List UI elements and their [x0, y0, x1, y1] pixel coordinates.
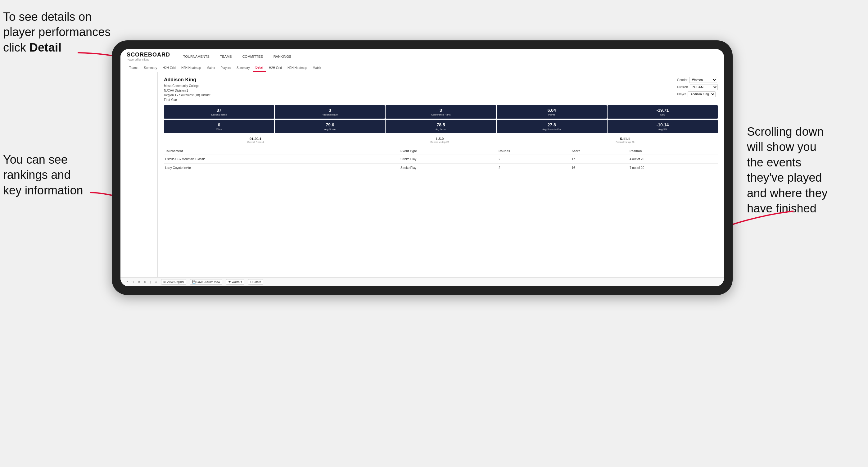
nav-committee[interactable]: COMMITTEE	[242, 54, 264, 60]
event-type-1: Stroke Play	[399, 155, 497, 164]
watch-label: Watch	[232, 280, 240, 283]
stat-adj-score: 78.5 Adj Score	[385, 120, 496, 133]
sub-nav: Teams Summary H2H Grid H2H Heatmap Matri…	[120, 64, 724, 72]
position-2: 7 out of 20	[628, 164, 718, 172]
top-nav: SCOREBOARD Powered by clippd TOURNAMENTS…	[120, 49, 724, 64]
col-spacer	[386, 148, 399, 155]
player-header: Addison King Mesa Community College NJCA…	[164, 77, 718, 102]
col-score: Score	[570, 148, 628, 155]
tablet: SCOREBOARD Powered by clippd TOURNAMENTS…	[112, 40, 733, 295]
adj-score-label: Adj Score	[388, 128, 494, 131]
subnav-h2h-grid2[interactable]: H2H Grid	[266, 64, 284, 71]
table-row: Lady Coyote Invite Stroke Play 2 16 7 ou…	[164, 164, 718, 172]
player-filters: Gender Women Division NJCAA I	[677, 77, 718, 97]
subnav-matrix[interactable]: Matrix	[204, 64, 217, 71]
col-event-type: Event Type	[399, 148, 497, 155]
view-original-label: View: Original	[167, 280, 184, 283]
stat-points: 6.04 Points	[497, 105, 607, 119]
player-filter-row: Player Addison King	[677, 91, 718, 97]
overall-record-value: 91-20-1	[247, 137, 264, 141]
gender-select[interactable]: Women	[689, 77, 717, 83]
subnav-summary2[interactable]: Summary	[234, 64, 252, 71]
gender-label: Gender	[677, 78, 687, 82]
overall-record-label: Overall Record	[247, 141, 264, 144]
subnav-detail[interactable]: Detail	[253, 64, 266, 72]
player-college: Mesa Community College	[164, 84, 211, 88]
points-value: 6.04	[499, 108, 605, 113]
stat-avg-sg: -10.14 Avg SG	[608, 120, 718, 133]
toolbar-zoom-out[interactable]: ⊖	[138, 280, 140, 283]
annotation-r1: Scrolling down	[747, 125, 824, 138]
share-button[interactable]: ⬡ Share	[248, 279, 263, 285]
eye-icon: 👁	[228, 280, 231, 283]
view-original-button[interactable]: ⊞ View: Original	[161, 279, 186, 285]
share-label: Share	[254, 280, 261, 283]
bottom-toolbar: ↩ ↪ ⊖ ⊕ | ⏱ ⊞ View: Original 💾 Save Cust…	[120, 277, 724, 286]
player-label: Player	[677, 93, 686, 96]
toolbar-timer: ⏱	[155, 280, 157, 283]
annotation-bl3: key information	[3, 184, 83, 197]
nav-rankings[interactable]: RANKINGS	[273, 54, 292, 60]
toolbar-zoom-in[interactable]: ⊕	[144, 280, 147, 283]
avg-score-par-label: Avg Score to Par	[499, 128, 605, 131]
top50-record: 5-11-1 Record vs top 50	[616, 137, 634, 144]
avg-sg-value: -10.14	[610, 122, 716, 127]
nav-tournaments[interactable]: TOURNAMENTS	[183, 54, 210, 60]
subnav-players[interactable]: Players	[218, 64, 234, 71]
division-filter-row: Division NJCAA I	[677, 84, 718, 90]
avg-score-label: Avg Score	[277, 128, 383, 131]
conference-rank-value: 3	[388, 108, 494, 113]
tournament-name-1: Estella CC- Mountain Classic	[164, 155, 386, 164]
toolbar-divider: |	[150, 280, 151, 283]
table-row: Estella CC- Mountain Classic Stroke Play…	[164, 155, 718, 164]
stat-national-rank: 37 National Rank	[164, 105, 274, 119]
subnav-teams[interactable]: Teams	[127, 64, 141, 71]
stat-wins: 0 Wins	[164, 120, 274, 133]
toolbar-redo[interactable]: ↪	[132, 280, 134, 283]
player-division: NJCAA Division 1	[164, 88, 211, 93]
subnav-summary[interactable]: Summary	[141, 64, 160, 71]
view-original-icon: ⊞	[163, 280, 166, 283]
avg-score-par-value: 27.8	[499, 122, 605, 127]
subnav-h2h-heatmap2[interactable]: H2H Heatmap	[285, 64, 310, 71]
top50-record-value: 5-11-1	[616, 137, 634, 141]
subnav-h2h-heatmap[interactable]: H2H Heatmap	[179, 64, 203, 71]
avg-score-value: 79.6	[277, 122, 383, 127]
top25-record-label: Record vs top 25	[430, 141, 449, 144]
regional-rank-label: Regional Rank	[277, 113, 383, 116]
player-year: First Year	[164, 97, 211, 102]
rounds-2: 2	[497, 164, 570, 172]
subnav-matrix2[interactable]: Matrix	[310, 64, 323, 71]
col-position: Position	[628, 148, 718, 155]
logo-sub: Powered by clippd	[127, 58, 170, 61]
rounds-1: 2	[497, 155, 570, 164]
stats-row2: 0 Wins 79.6 Avg Score 78.5 Adj Score 27.…	[164, 120, 718, 133]
content-area: Addison King Mesa Community College NJCA…	[158, 72, 724, 277]
regional-rank-value: 3	[277, 108, 383, 113]
subnav-h2h-grid[interactable]: H2H Grid	[160, 64, 178, 71]
annotation-right: Scrolling down will show you the events …	[747, 124, 865, 216]
save-custom-button[interactable]: 💾 Save Custom View	[190, 279, 222, 285]
score-2: 16	[570, 164, 628, 172]
sos-label: SoS	[610, 113, 716, 116]
scoreboard-logo: SCOREBOARD Powered by clippd	[127, 52, 170, 61]
avg-sg-label: Avg SG	[610, 128, 716, 131]
player-region: Region 1 - Southwest (18) District	[164, 93, 211, 97]
event-type-2: Stroke Play	[399, 164, 497, 172]
annotation-bl1: You can see	[3, 153, 68, 166]
save-custom-label: Save Custom View	[196, 280, 220, 283]
stat-avg-score: 79.6 Avg Score	[275, 120, 385, 133]
logo-main: SCOREBOARD	[127, 52, 170, 58]
annotation-r3: the events	[747, 156, 801, 169]
nav-teams[interactable]: TEAMS	[219, 54, 232, 60]
annotation-topleft-bold: Detail	[29, 41, 61, 54]
player-select[interactable]: Addison King	[688, 91, 716, 97]
watch-button[interactable]: 👁 Watch ▾	[226, 279, 244, 285]
stat-conference-rank: 3 Conference Rank	[385, 105, 496, 119]
gender-filter-row: Gender Women	[677, 77, 718, 83]
share-icon: ⬡	[250, 280, 253, 283]
toolbar-undo[interactable]: ↩	[125, 280, 128, 283]
spacer-2	[386, 164, 399, 172]
player-info: Addison King Mesa Community College NJCA…	[164, 77, 211, 102]
division-select[interactable]: NJCAA I	[690, 84, 718, 90]
